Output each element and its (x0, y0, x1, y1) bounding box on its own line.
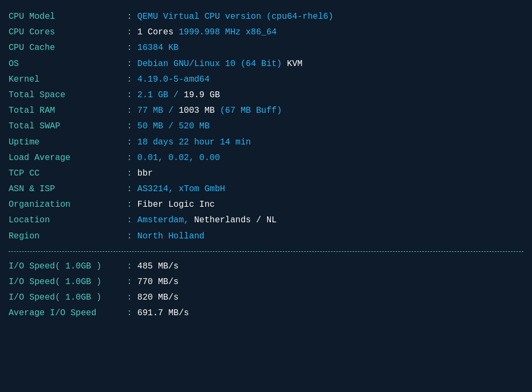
row-colon: : (127, 182, 132, 197)
row-label: Uptime (9, 135, 127, 150)
row-colon: : (127, 213, 132, 228)
table-row: Kernel:4.19.0-5-amd64 (9, 72, 523, 87)
table-row: Organization:Fiber Logic Inc (9, 198, 523, 212)
row-label: I/O Speed( 1.0GB ) (9, 275, 127, 289)
row-value: 2.1 GB / 19.9 GB (138, 88, 220, 103)
row-colon: : (127, 198, 132, 212)
row-value: 1 Cores 1999.998 MHz x86_64 (138, 25, 277, 40)
table-row: Total SWAP:50 MB / 520 MB (9, 119, 523, 134)
row-colon: : (127, 57, 132, 71)
row-colon: : (127, 306, 132, 321)
row-value: QEMU Virtual CPU version (cpu64-rhel6) (138, 10, 334, 24)
row-label: Total SWAP (9, 119, 127, 134)
row-value: bbr (138, 166, 153, 181)
row-colon: : (127, 41, 132, 55)
row-value: 485 MB/s (138, 259, 179, 274)
row-label: Load Average (9, 151, 127, 165)
row-value: 4.19.0-5-amd64 (138, 72, 210, 87)
table-row: CPU Cache:16384 KB (9, 41, 523, 55)
table-row: I/O Speed( 1.0GB ):770 MB/s (9, 275, 523, 289)
table-row: ASN & ISP:AS3214, xTom GmbH (9, 182, 523, 197)
row-colon: : (127, 229, 132, 244)
row-value: 691.7 MB/s (138, 306, 189, 321)
row-colon: : (127, 25, 132, 40)
row-label: Kernel (9, 72, 127, 87)
row-value: Fiber Logic Inc (138, 198, 215, 212)
row-value: 50 MB / 520 MB (138, 119, 210, 134)
row-label: CPU Cores (9, 25, 127, 40)
row-value: Amsterdam, Netherlands / NL (138, 213, 277, 228)
table-row: Total Space:2.1 GB / 19.9 GB (9, 88, 523, 103)
row-colon: : (127, 291, 132, 305)
row-label: TCP CC (9, 166, 127, 181)
row-value: 0.01, 0.02, 0.00 (138, 151, 220, 165)
row-colon: : (127, 151, 132, 165)
row-label: I/O Speed( 1.0GB ) (9, 259, 127, 274)
row-label: Total Space (9, 88, 127, 103)
row-label: Location (9, 213, 127, 228)
io-speed-table: I/O Speed( 1.0GB ):485 MB/sI/O Speed( 1.… (9, 259, 523, 321)
row-value: 16384 KB (138, 41, 179, 55)
table-row: Load Average:0.01, 0.02, 0.00 (9, 151, 523, 165)
row-label: Organization (9, 198, 127, 212)
table-row: I/O Speed( 1.0GB ):485 MB/s (9, 259, 523, 274)
table-row: CPU Model:QEMU Virtual CPU version (cpu6… (9, 10, 523, 24)
row-value: 820 MB/s (138, 291, 179, 305)
table-row: Region:North Holland (9, 229, 523, 244)
row-label: OS (9, 57, 127, 71)
table-row: I/O Speed( 1.0GB ):820 MB/s (9, 291, 523, 305)
row-colon: : (127, 88, 132, 103)
row-colon: : (127, 275, 132, 289)
row-label: I/O Speed( 1.0GB ) (9, 291, 127, 305)
table-row: CPU Cores:1 Cores 1999.998 MHz x86_64 (9, 25, 523, 40)
row-colon: : (127, 104, 132, 118)
section-divider (9, 251, 523, 252)
main-container: CPU Model:QEMU Virtual CPU version (cpu6… (9, 10, 523, 321)
row-colon: : (127, 72, 132, 87)
table-row: OS:Debian GNU/Linux 10 (64 Bit) KVM (9, 57, 523, 71)
row-value: 77 MB / 1003 MB (67 MB Buff) (138, 104, 282, 118)
system-info-table: CPU Model:QEMU Virtual CPU version (cpu6… (9, 10, 523, 244)
row-value: 18 days 22 hour 14 min (138, 135, 251, 150)
row-label: Region (9, 229, 127, 244)
table-row: Location:Amsterdam, Netherlands / NL (9, 213, 523, 228)
row-colon: : (127, 10, 132, 24)
row-label: CPU Cache (9, 41, 127, 55)
row-label: ASN & ISP (9, 182, 127, 197)
row-colon: : (127, 259, 132, 274)
row-label: Total RAM (9, 104, 127, 118)
row-label: Average I/O Speed (9, 306, 127, 321)
row-value: Debian GNU/Linux 10 (64 Bit) KVM (138, 57, 303, 71)
table-row: Total RAM:77 MB / 1003 MB (67 MB Buff) (9, 104, 523, 118)
table-row: Average I/O Speed:691.7 MB/s (9, 306, 523, 321)
row-value: AS3214, xTom GmbH (138, 182, 225, 197)
table-row: TCP CC:bbr (9, 166, 523, 181)
row-colon: : (127, 119, 132, 134)
row-label: CPU Model (9, 10, 127, 24)
row-value: 770 MB/s (138, 275, 179, 289)
row-value: North Holland (138, 229, 205, 244)
row-colon: : (127, 166, 132, 181)
table-row: Uptime:18 days 22 hour 14 min (9, 135, 523, 150)
row-colon: : (127, 135, 132, 150)
